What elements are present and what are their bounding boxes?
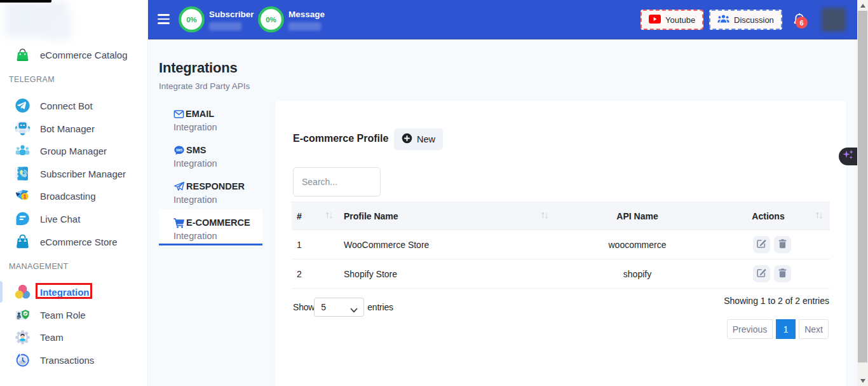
subnav-item-e-commerce[interactable]: E-COMMERCEIntegration bbox=[159, 209, 262, 245]
plus-circle-icon bbox=[402, 133, 412, 146]
notification-badge: 6 bbox=[796, 17, 808, 29]
subscriber-stat-redacted-value bbox=[209, 22, 241, 31]
entries-label: entries bbox=[367, 302, 393, 312]
youtube-button-label: Youtube bbox=[665, 15, 695, 25]
delete-button[interactable] bbox=[774, 236, 791, 253]
sidebar-item-bot-manager[interactable]: Bot Manager bbox=[0, 117, 148, 140]
page-scrollbar[interactable] bbox=[857, 0, 868, 386]
search-input[interactable] bbox=[293, 167, 381, 196]
sidebar-item-integration[interactable]: Integration bbox=[0, 280, 148, 303]
user-avatar[interactable] bbox=[822, 8, 846, 32]
subscriber-progress-ring: 0% bbox=[179, 6, 205, 35]
pagination-next-button[interactable]: Next bbox=[799, 319, 829, 339]
sidebar-item-label: Team bbox=[40, 332, 64, 343]
topbar: 0% Subscriber 0% Message Youtube Discuss… bbox=[148, 0, 857, 39]
edit-button[interactable] bbox=[753, 265, 770, 282]
sidebar-item-label: Live Chat bbox=[40, 214, 80, 224]
discussion-button[interactable]: Discussion bbox=[709, 10, 782, 30]
page-length-control: Show 5 entries bbox=[293, 298, 393, 317]
sidebar-item-broadcasting[interactable]: 1 Broadcasting bbox=[0, 184, 148, 207]
main-content: Integrations Integrate 3rd Party APIs EM… bbox=[149, 39, 857, 386]
notifications-button[interactable]: 6 bbox=[792, 13, 815, 32]
profile-name-cell: WooCommerce Store bbox=[340, 230, 555, 259]
scrollbar-up-arrow[interactable] bbox=[857, 0, 868, 11]
delete-button[interactable] bbox=[774, 265, 791, 282]
panel-title: E-commerce Profile bbox=[293, 133, 388, 144]
red-annotation-box bbox=[36, 283, 92, 299]
profiles-table: # Profile Name API Name Actions 1 WooCom… bbox=[292, 202, 830, 289]
new-button[interactable]: New bbox=[394, 128, 443, 150]
api-name-cell: shopify bbox=[555, 259, 719, 289]
subnav-item-title: RESPONDER bbox=[186, 181, 245, 191]
sidebar-section-telegram: TELEGRAM bbox=[9, 75, 55, 84]
svg-text:1: 1 bbox=[24, 193, 27, 199]
sparkles-icon bbox=[841, 148, 855, 165]
column-header-profile-name[interactable]: Profile Name bbox=[340, 202, 555, 230]
column-header-actions[interactable]: Actions bbox=[719, 202, 830, 230]
svg-text:0%: 0% bbox=[186, 16, 197, 24]
pagination-page-1-button[interactable]: 1 bbox=[776, 319, 796, 339]
livechat-icon bbox=[15, 211, 31, 227]
subnav-item-responder[interactable]: RESPONDERIntegration bbox=[159, 173, 262, 209]
svg-text:0%: 0% bbox=[266, 16, 276, 24]
edit-button[interactable] bbox=[753, 236, 770, 253]
column-header-num[interactable]: # bbox=[292, 202, 340, 230]
page-title: Integrations bbox=[159, 60, 238, 76]
scrollbar-down-arrow[interactable] bbox=[857, 375, 868, 386]
column-header-api-name[interactable]: API Name bbox=[555, 202, 719, 230]
new-button-label: New bbox=[417, 134, 435, 144]
row-number-cell: 1 bbox=[292, 230, 340, 259]
sidebar-item-team-role[interactable]: Team Role bbox=[0, 303, 148, 326]
ecommerce-profile-card: E-commerce Profile New # Profile Name AP… bbox=[275, 100, 846, 386]
envelope-icon bbox=[173, 109, 184, 120]
subnav-item-email[interactable]: EMAILIntegration bbox=[159, 100, 262, 137]
page-subtitle: Integrate 3rd Party APIs bbox=[159, 81, 250, 91]
sidebar-item-subscriber-manager[interactable]: Subscriber Manager bbox=[0, 162, 148, 185]
team-role-icon bbox=[15, 307, 31, 323]
telegram-icon bbox=[15, 98, 31, 114]
sidebar-item-label: Broadcasting bbox=[40, 191, 96, 202]
subnav-item-subtitle: Integration bbox=[173, 230, 256, 242]
subnav-item-title: SMS bbox=[186, 145, 206, 155]
sidebar-item-label: Connect Bot bbox=[40, 100, 93, 111]
actions-cell bbox=[719, 230, 830, 259]
sidebar-item-label: eCommerce Catalog bbox=[40, 50, 128, 60]
row-number-cell: 2 bbox=[292, 259, 340, 289]
api-name-cell: woocommerce bbox=[555, 230, 719, 259]
table-row: 2 Shopify Store shopify bbox=[292, 259, 830, 289]
sidebar-item-label: eCommerce Store bbox=[40, 237, 118, 247]
gear-person-icon bbox=[15, 329, 31, 345]
sidebar-item-transactions[interactable]: Transactions bbox=[0, 348, 148, 371]
ai-assistant-button[interactable] bbox=[839, 148, 857, 165]
sidebar-item-label: Bot Manager bbox=[40, 123, 95, 134]
youtube-icon bbox=[649, 15, 661, 25]
send-plane-icon bbox=[173, 181, 185, 192]
sidebar-item-team[interactable]: Team bbox=[0, 326, 148, 348]
sms-bubble-icon: SMS bbox=[173, 145, 185, 156]
logo-redaction-bar bbox=[0, 0, 51, 3]
pagination-previous-button[interactable]: Previous bbox=[727, 319, 773, 339]
broadcast-icon: 1 bbox=[15, 188, 31, 204]
sidebar: eCommerce CatalogTELEGRAM Connect Bot Bo… bbox=[0, 0, 148, 386]
subnav-item-sms[interactable]: SMS SMSIntegration bbox=[159, 137, 262, 173]
scrollbar-thumb[interactable] bbox=[858, 11, 867, 362]
sidebar-item-label: Team Role bbox=[40, 310, 86, 321]
subnav-item-title: EMAIL bbox=[186, 109, 214, 119]
sidebar-item-group-manager[interactable]: Group Manager bbox=[0, 139, 148, 162]
integration-subnav: EMAILIntegration SMS SMSIntegration RESP… bbox=[159, 100, 262, 245]
subscriber-stat-label: Subscriber bbox=[209, 10, 254, 19]
menu-toggle-button[interactable] bbox=[158, 14, 170, 26]
sidebar-item-live-chat[interactable]: Live Chat bbox=[0, 207, 148, 230]
sidebar-item-ecommerce-catalog[interactable]: eCommerce Catalog bbox=[0, 43, 148, 66]
subnav-item-subtitle: Integration bbox=[173, 157, 256, 170]
sidebar-item-ecommerce-store[interactable]: eCommerce Store bbox=[0, 230, 148, 253]
cart-icon bbox=[173, 217, 185, 228]
sidebar-item-label: Group Manager bbox=[40, 146, 107, 156]
address-book-icon bbox=[15, 166, 31, 182]
page-length-select[interactable]: 5 bbox=[314, 298, 364, 317]
sidebar-item-connect-bot[interactable]: Connect Bot bbox=[0, 94, 148, 117]
integration-icon bbox=[15, 284, 31, 300]
youtube-button[interactable]: Youtube bbox=[641, 10, 703, 30]
bag-blue-icon bbox=[15, 234, 31, 250]
table-summary: Showing 1 to 2 of 2 entries bbox=[724, 296, 829, 306]
